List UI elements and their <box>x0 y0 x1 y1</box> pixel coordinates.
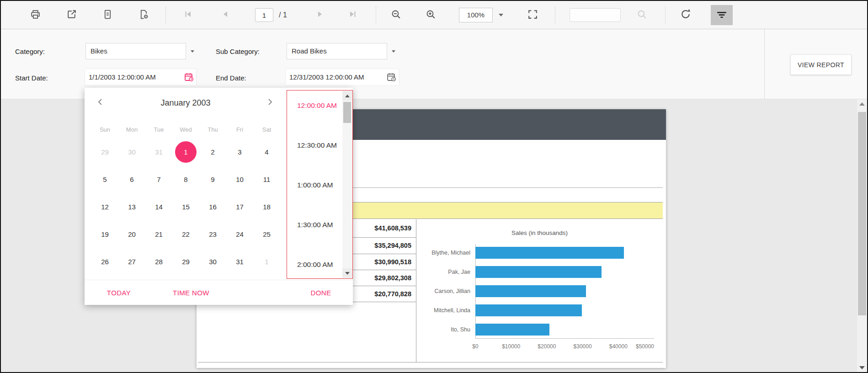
calendar-day[interactable]: 22 <box>172 220 199 248</box>
calendar-day[interactable]: 3 <box>226 138 253 165</box>
search-input[interactable] <box>570 8 621 22</box>
calendar-day[interactable]: 7 <box>145 165 172 193</box>
time-item[interactable]: 12:30:00 AM <box>287 135 343 175</box>
day-header: Fri <box>226 122 253 138</box>
refresh-button[interactable] <box>677 7 694 23</box>
today-button[interactable]: TODAY <box>103 284 135 302</box>
chart-bar <box>475 324 549 336</box>
calendar-day[interactable]: 24 <box>226 220 253 248</box>
scroll-down-button[interactable] <box>857 363 867 372</box>
fit-to-page-button[interactable] <box>524 7 541 23</box>
subcategory-dropdown[interactable]: Road Bikes <box>287 43 387 59</box>
zoom-in-button[interactable] <box>422 7 439 23</box>
print-layout-button[interactable] <box>99 7 116 23</box>
done-button[interactable]: DONE <box>305 284 337 302</box>
calendar-day[interactable]: 31 <box>145 138 172 165</box>
time-scrollbar-thumb[interactable] <box>343 102 351 123</box>
calendar-day[interactable]: 13 <box>118 193 145 220</box>
selected-day: 1 <box>175 141 197 163</box>
day-number: 5 <box>94 169 116 190</box>
next-month-button[interactable] <box>263 96 277 110</box>
first-page-button[interactable] <box>180 7 196 23</box>
day-number: 6 <box>121 169 143 190</box>
calendar-day[interactable]: 26 <box>91 248 118 275</box>
time-item[interactable]: 12:00:00 AM <box>287 95 343 135</box>
zoom-level-value[interactable]: 100% <box>459 8 493 22</box>
print-button[interactable] <box>27 7 43 23</box>
datetime-picker-popup: January 2003 SunMonTueWedThuFriSat 29303… <box>85 88 353 305</box>
calendar-day[interactable]: 21 <box>145 220 172 248</box>
time-scroll-up-button[interactable] <box>342 91 352 101</box>
scrollbar-thumb[interactable] <box>858 112 866 315</box>
time-scroll-down-button[interactable] <box>342 268 352 278</box>
calendar-day[interactable]: 18 <box>253 193 280 220</box>
calendar-day[interactable]: 20 <box>118 220 145 248</box>
day-number: 22 <box>175 224 197 245</box>
day-header: Thu <box>199 122 226 138</box>
previous-page-button[interactable] <box>217 7 234 23</box>
calendar-day[interactable]: 27 <box>118 248 145 275</box>
view-report-button[interactable]: VIEW REPORT <box>790 54 852 75</box>
category-dropdown-button[interactable] <box>186 43 199 59</box>
end-date-calendar-button[interactable] <box>386 72 397 85</box>
scroll-up-button[interactable] <box>857 99 867 108</box>
calendar-day[interactable]: 31 <box>226 248 253 275</box>
chevron-down-icon <box>191 50 194 53</box>
calendar-day[interactable]: 30 <box>199 248 226 275</box>
parameters-toggle-button[interactable] <box>711 5 733 25</box>
calendar-day[interactable]: 19 <box>91 220 118 248</box>
calendar-day[interactable]: 17 <box>226 193 253 220</box>
calendar-day[interactable]: 9 <box>199 165 226 193</box>
calendar-day[interactable]: 12 <box>91 193 118 220</box>
chart-x-axis <box>475 338 654 339</box>
category-dropdown[interactable]: Bikes <box>85 43 186 59</box>
calendar-day[interactable]: 5 <box>91 165 118 193</box>
calendar-day[interactable]: 4 <box>253 138 280 165</box>
page-number-input[interactable] <box>255 8 273 22</box>
zoom-out-button[interactable] <box>388 7 404 23</box>
calendar-day[interactable]: 14 <box>145 193 172 220</box>
calendar-day[interactable]: 25 <box>253 220 280 248</box>
calendar-day[interactable]: 23 <box>199 220 226 248</box>
end-date-label: End Date: <box>216 74 246 82</box>
window-scrollbar[interactable] <box>857 99 867 372</box>
calendar-day[interactable]: 10 <box>226 165 253 193</box>
calendar-day[interactable]: 29 <box>91 138 118 165</box>
time-list: 12:00:00 AM12:30:00 AM1:00:00 AM1:30:00 … <box>287 91 343 278</box>
last-page-icon <box>347 9 358 21</box>
calendar-day[interactable]: 16 <box>199 193 226 220</box>
panel-divider <box>764 29 765 99</box>
calendar-day[interactable]: 6 <box>118 165 145 193</box>
time-item[interactable]: 2:00:00 AM <box>287 254 343 278</box>
calendar-day[interactable]: 30 <box>118 138 145 165</box>
export-button[interactable] <box>63 7 80 23</box>
day-number: 8 <box>175 169 197 190</box>
time-now-button[interactable]: TIME NOW <box>166 284 216 302</box>
calendar-day[interactable]: 29 <box>172 248 199 275</box>
calendar-day[interactable]: 15 <box>172 193 199 220</box>
day-number: 15 <box>175 196 197 218</box>
start-date-calendar-button[interactable] <box>184 72 195 85</box>
day-number: 23 <box>202 224 224 245</box>
time-scrollbar[interactable] <box>342 91 352 278</box>
chart-bar <box>475 285 586 297</box>
zoom-dropdown-button[interactable] <box>495 8 507 22</box>
subcategory-dropdown-button[interactable] <box>387 43 400 59</box>
time-item[interactable]: 1:00:00 AM <box>287 175 343 214</box>
calendar-day[interactable]: 2 <box>199 138 226 165</box>
last-page-button[interactable] <box>345 7 361 23</box>
calendar-day[interactable]: 11 <box>253 165 280 193</box>
chart-bar-label: Blythe, Michael <box>416 249 470 256</box>
start-date-input[interactable]: 1/1/2003 12:00:00 AM <box>85 69 197 86</box>
time-item[interactable]: 1:30:00 AM <box>287 214 343 254</box>
day-number: 3 <box>229 141 250 163</box>
page-setup-button[interactable] <box>135 7 152 23</box>
end-date-input[interactable]: 12/31/2003 12:00:00 AM <box>285 69 399 86</box>
search-button[interactable] <box>634 7 650 23</box>
calendar-day[interactable]: 8 <box>172 165 199 193</box>
calendar-day[interactable]: 1 <box>172 138 199 165</box>
calendar-day[interactable]: 1 <box>253 248 280 275</box>
next-page-button[interactable] <box>312 7 328 23</box>
search-icon <box>636 9 648 22</box>
calendar-day[interactable]: 28 <box>145 248 172 275</box>
